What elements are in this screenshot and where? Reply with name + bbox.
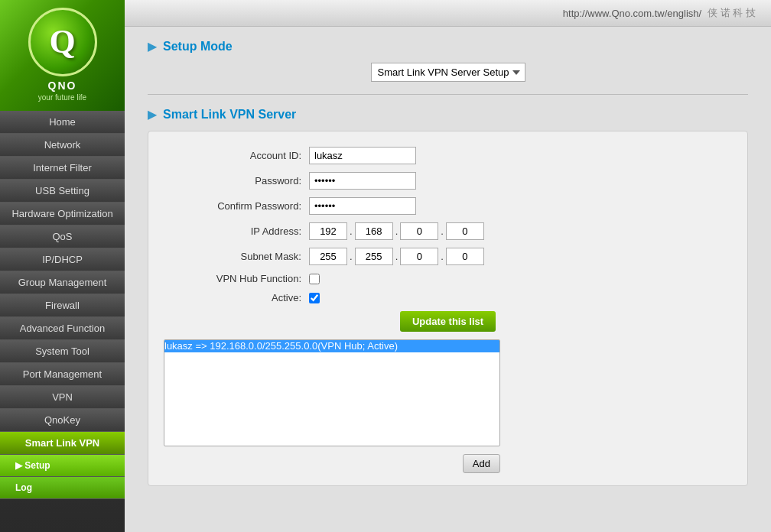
- vpn-list-area: lukasz => 192.168.0.0/255.255.0.0(VPN Hu…: [164, 339, 732, 446]
- vpn-server-header: ▶ Smart Link VPN Server: [148, 107, 748, 122]
- subnet-octet-1[interactable]: [309, 248, 347, 265]
- setup-mode-title: Setup Mode: [163, 40, 233, 54]
- update-list-button[interactable]: Update this list: [400, 311, 496, 332]
- sidebar-item-home[interactable]: Home: [0, 111, 125, 134]
- account-id-row: Account ID:: [164, 147, 732, 164]
- ip-address-inputs: . . .: [309, 222, 484, 240]
- sidebar-item-vpn[interactable]: VPN: [0, 386, 125, 409]
- sidebar-item-network[interactable]: Network: [0, 134, 125, 157]
- confirm-password-label: Confirm Password:: [164, 200, 301, 212]
- active-row: Active:: [164, 292, 732, 303]
- ip-dot-1: .: [350, 225, 353, 237]
- subnet-dot-1: .: [350, 251, 353, 262]
- sidebar-item-ip-dhcp[interactable]: IP/DHCP: [0, 248, 125, 271]
- vpn-list[interactable]: lukasz => 192.168.0.0/255.255.0.0(VPN Hu…: [164, 339, 500, 446]
- ip-dot-2: .: [395, 225, 399, 237]
- sidebar: Q QNO your future life Home Network Inte…: [0, 0, 125, 532]
- vpn-hub-row: VPN Hub Function:: [164, 273, 732, 284]
- ip-octet-2[interactable]: [355, 222, 393, 240]
- sidebar-item-advanced-function[interactable]: Advanced Function: [0, 317, 125, 340]
- subnet-dot-3: .: [441, 251, 444, 262]
- ip-address-row: IP Address: . . .: [164, 222, 732, 240]
- sidebar-item-hardware-optimization[interactable]: Hardware Optimization: [0, 203, 125, 225]
- password-label: Password:: [164, 175, 301, 187]
- subnet-octet-4[interactable]: [446, 248, 484, 265]
- sidebar-item-system-tool[interactable]: System Tool: [0, 340, 125, 363]
- subnet-octet-3[interactable]: [400, 248, 438, 265]
- vpn-hub-label: VPN Hub Function:: [164, 273, 301, 284]
- subnet-mask-label: Subnet Mask:: [164, 251, 301, 262]
- subnet-mask-row: Subnet Mask: . . .: [164, 248, 732, 265]
- add-btn-row: Add: [164, 451, 500, 473]
- confirm-password-row: Confirm Password:: [164, 197, 732, 215]
- main-content: http://www.Qno.com.tw/english/ 侠 诺 科 技 ▶…: [125, 0, 771, 532]
- confirm-password-input[interactable]: [309, 197, 416, 215]
- active-label: Active:: [164, 292, 301, 303]
- ip-dot-3: .: [441, 225, 444, 237]
- setup-mode-arrow-icon: ▶: [148, 39, 157, 54]
- vpn-server-title: Smart Link VPN Server: [163, 108, 296, 122]
- vpn-server-arrow-icon: ▶: [148, 107, 157, 122]
- sidebar-item-usb-setting[interactable]: USB Setting: [0, 180, 125, 203]
- section-divider: [148, 94, 748, 95]
- sidebar-item-qos[interactable]: QoS: [0, 225, 125, 248]
- ip-address-label: IP Address:: [164, 225, 301, 237]
- logo-area: Q QNO your future life: [0, 0, 125, 111]
- active-checkbox[interactable]: [309, 293, 320, 303]
- brand-url: http://www.Qno.com.tw/english/: [563, 8, 701, 19]
- brand-name-text: 侠 诺 科 技: [708, 6, 756, 20]
- setup-mode-dropdown[interactable]: Smart Link VPN Server Setup Smart Link V…: [371, 63, 525, 82]
- sidebar-item-firewall[interactable]: Firewall: [0, 294, 125, 317]
- subnet-octet-2[interactable]: [355, 248, 393, 265]
- sidebar-item-qnokey[interactable]: QnoKey: [0, 409, 125, 432]
- vpn-hub-checkbox[interactable]: [309, 274, 320, 284]
- logo-tagline: your future life: [38, 93, 86, 102]
- add-button[interactable]: Add: [463, 454, 500, 473]
- sidebar-item-smart-link-vpn[interactable]: Smart Link VPN: [0, 432, 125, 455]
- ip-octet-3[interactable]: [400, 222, 438, 240]
- logo-circle: Q: [28, 8, 97, 76]
- setup-mode-header: ▶ Setup Mode: [148, 39, 748, 54]
- sidebar-subitem-setup[interactable]: Setup: [0, 455, 125, 477]
- sidebar-item-internet-filter[interactable]: Internet Filter: [0, 157, 125, 180]
- account-id-input[interactable]: [309, 147, 416, 164]
- password-input[interactable]: [309, 172, 416, 190]
- account-id-label: Account ID:: [164, 150, 301, 161]
- subnet-dot-2: .: [395, 251, 399, 262]
- ip-octet-1[interactable]: [309, 222, 347, 240]
- setup-mode-row: Smart Link VPN Server Setup Smart Link V…: [148, 63, 748, 82]
- password-row: Password:: [164, 172, 732, 190]
- sidebar-item-port-management[interactable]: Port Management: [0, 363, 125, 386]
- sidebar-item-group-management[interactable]: Group Management: [0, 271, 125, 294]
- vpn-list-item: lukasz => 192.168.0.0/255.255.0.0(VPN Hu…: [164, 340, 499, 352]
- top-bar: http://www.Qno.com.tw/english/ 侠 诺 科 技: [125, 0, 771, 27]
- sidebar-subitem-log[interactable]: Log: [0, 477, 125, 499]
- subnet-mask-inputs: . . .: [309, 248, 484, 265]
- logo-name: QNO: [48, 79, 77, 92]
- content-area: ▶ Setup Mode Smart Link VPN Server Setup…: [125, 27, 771, 532]
- logo-q-letter: Q: [49, 25, 75, 59]
- vpn-server-form: Account ID: Password: Confirm Password: …: [148, 131, 748, 486]
- ip-octet-4[interactable]: [446, 222, 484, 240]
